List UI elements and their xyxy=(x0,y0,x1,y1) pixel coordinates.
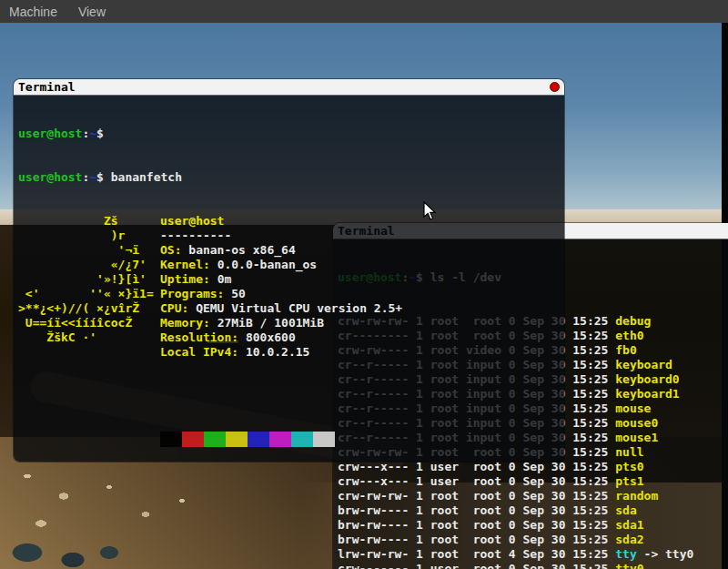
fetch-line: <' ''« ×}ï1=Programs: 50 xyxy=(18,287,564,301)
ls-row: crw-rw-rw- 1 root root 0 Sep 30 15:25 ra… xyxy=(338,489,728,503)
terminal1-content[interactable]: user@host:~$ user@host:~$bananfetch Zšus… xyxy=(14,96,564,462)
terminal1-titlebar[interactable]: Terminal xyxy=(14,79,564,96)
palette-cell xyxy=(226,432,248,447)
ls-row: crw------- 1 user root 0 Sep 30 15:25 tt… xyxy=(338,562,728,569)
palette-cell xyxy=(291,432,313,447)
palette-cell xyxy=(182,432,204,447)
vm-display: Terminal user@host:~$ls -l /dev crw-rw-r… xyxy=(0,23,728,569)
fetch-line: )r---------- xyxy=(18,229,564,243)
palette-cell xyxy=(248,432,269,447)
fetch-line: U==íï<<íííîcocŽMemory: 27MiB / 1001MiB xyxy=(18,316,564,330)
menu-item-machine[interactable]: Machine xyxy=(9,5,57,19)
terminal-palette-normal xyxy=(160,432,564,447)
bananfetch-output: Zšuser@host )r---------- '¬ïOS: banan-os… xyxy=(18,214,564,360)
ls-row: brw-rw---- 1 root root 0 Sep 30 15:25 sd… xyxy=(338,518,728,533)
terminal1-title: Terminal xyxy=(18,80,76,94)
menu-bar: Machine View xyxy=(0,0,728,23)
fetch-line: '¬ïOS: banan-os x86_64 xyxy=(18,243,564,258)
terminal1-command-line: user@host:~$bananfetch xyxy=(18,170,564,185)
ls-row: brw-rw---- 1 root root 0 Sep 30 15:25 sd… xyxy=(338,533,728,547)
palette-cell xyxy=(160,432,182,447)
palette-cell xyxy=(204,432,226,447)
terminal1-prompt-line: user@host:~$ xyxy=(18,127,564,141)
fetch-line: Local IPv4: 10.0.2.15 xyxy=(18,345,564,360)
ls-row: crw---x--- 1 user root 0 Sep 30 15:25 pt… xyxy=(338,460,728,474)
close-button[interactable] xyxy=(550,82,560,92)
desert-dark-rocks xyxy=(0,525,136,569)
fetch-line: ŽškC ·'Resolution: 800x600 xyxy=(18,330,564,345)
palette-cell xyxy=(269,432,291,447)
ls-row: crw---x--- 1 user root 0 Sep 30 15:25 pt… xyxy=(338,474,728,489)
palette-cell xyxy=(313,432,335,447)
fetch-line: Zšuser@host xyxy=(18,214,564,229)
fetch-line: «/¿7'Kernel: 0.0.0-banan_os xyxy=(18,258,564,272)
ls-row: lrw-rw-rw- 1 root root 4 Sep 30 15:25 tt… xyxy=(338,547,728,562)
terminal1-command: bananfetch xyxy=(111,170,182,184)
terminal-window-fetch: Terminal user@host:~$ user@host:~$bananf… xyxy=(14,79,564,462)
fetch-line: '»!}[ì'Uptime: 0m xyxy=(18,272,564,287)
menu-item-view[interactable]: View xyxy=(78,5,106,19)
ls-row: brw-rw---- 1 root root 0 Sep 30 15:25 sd… xyxy=(338,503,728,518)
mouse-cursor xyxy=(423,201,437,221)
fetch-line: >**¿<+)//( ×¿vîrŽCPU: QEMU Virtual CPU v… xyxy=(18,301,564,316)
